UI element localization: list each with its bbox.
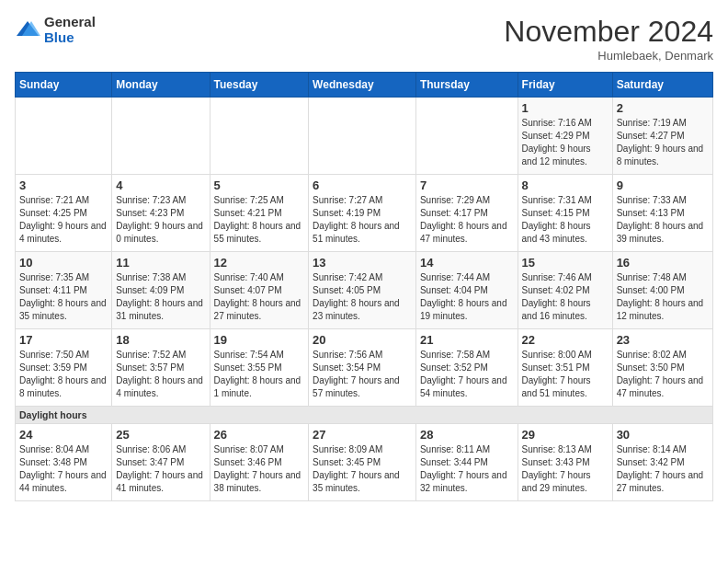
day-number: 26 — [214, 428, 305, 442]
day-number: 21 — [420, 333, 514, 347]
calendar-cell — [415, 98, 518, 175]
daylight-hours-row: Daylight hours — [16, 407, 713, 424]
calendar-cell: 30Sunrise: 8:14 AM Sunset: 3:42 PM Dayli… — [612, 424, 712, 501]
calendar-week-row: 1Sunrise: 7:16 AM Sunset: 4:29 PM Daylig… — [16, 98, 713, 175]
day-number: 23 — [617, 333, 709, 347]
day-number: 15 — [522, 256, 609, 270]
calendar-cell: 1Sunrise: 7:16 AM Sunset: 4:29 PM Daylig… — [518, 98, 612, 175]
day-info: Sunrise: 7:40 AM Sunset: 4:07 PM Dayligh… — [214, 271, 305, 323]
month-title: November 2024 — [504, 15, 713, 49]
calendar-cell: 24Sunrise: 8:04 AM Sunset: 3:48 PM Dayli… — [16, 424, 112, 501]
day-info: Sunrise: 8:14 AM Sunset: 3:42 PM Dayligh… — [617, 443, 709, 495]
day-info: Sunrise: 7:16 AM Sunset: 4:29 PM Dayligh… — [522, 117, 609, 168]
calendar-cell: 20Sunrise: 7:56 AM Sunset: 3:54 PM Dayli… — [309, 329, 416, 407]
calendar-cell: 7Sunrise: 7:29 AM Sunset: 4:17 PM Daylig… — [415, 175, 518, 252]
day-info: Sunrise: 7:38 AM Sunset: 4:09 PM Dayligh… — [116, 271, 205, 323]
day-info: Sunrise: 8:07 AM Sunset: 3:46 PM Dayligh… — [214, 443, 305, 495]
calendar-cell: 4Sunrise: 7:23 AM Sunset: 4:23 PM Daylig… — [112, 175, 210, 252]
weekday-header-friday: Friday — [518, 73, 612, 98]
day-number: 29 — [522, 428, 609, 442]
day-number: 3 — [19, 178, 108, 192]
calendar-cell: 22Sunrise: 8:00 AM Sunset: 3:51 PM Dayli… — [518, 329, 612, 407]
day-info: Sunrise: 7:52 AM Sunset: 3:57 PM Dayligh… — [116, 349, 205, 400]
calendar-cell: 9Sunrise: 7:33 AM Sunset: 4:13 PM Daylig… — [612, 175, 712, 252]
day-info: Sunrise: 7:27 AM Sunset: 4:19 PM Dayligh… — [313, 194, 412, 246]
calendar-cell: 12Sunrise: 7:40 AM Sunset: 4:07 PM Dayli… — [210, 252, 309, 329]
day-info: Sunrise: 7:42 AM Sunset: 4:05 PM Dayligh… — [313, 271, 412, 323]
day-info: Sunrise: 7:44 AM Sunset: 4:04 PM Dayligh… — [420, 271, 514, 323]
day-info: Sunrise: 7:54 AM Sunset: 3:55 PM Dayligh… — [214, 349, 305, 400]
day-number: 22 — [522, 333, 609, 347]
day-number: 2 — [617, 101, 709, 115]
day-info: Sunrise: 7:19 AM Sunset: 4:27 PM Dayligh… — [617, 117, 709, 168]
day-info: Sunrise: 8:02 AM Sunset: 3:50 PM Dayligh… — [617, 349, 709, 400]
calendar-cell: 29Sunrise: 8:13 AM Sunset: 3:43 PM Dayli… — [518, 424, 612, 501]
calendar-cell: 17Sunrise: 7:50 AM Sunset: 3:59 PM Dayli… — [16, 329, 112, 407]
calendar-cell: 27Sunrise: 8:09 AM Sunset: 3:45 PM Dayli… — [309, 424, 416, 501]
day-info: Sunrise: 8:00 AM Sunset: 3:51 PM Dayligh… — [522, 349, 609, 400]
calendar-cell: 10Sunrise: 7:35 AM Sunset: 4:11 PM Dayli… — [16, 252, 112, 329]
calendar-cell: 15Sunrise: 7:46 AM Sunset: 4:02 PM Dayli… — [518, 252, 612, 329]
logo-general: General — [44, 15, 96, 30]
calendar-cell: 5Sunrise: 7:25 AM Sunset: 4:21 PM Daylig… — [210, 175, 309, 252]
weekday-header-monday: Monday — [112, 73, 210, 98]
calendar-cell: 3Sunrise: 7:21 AM Sunset: 4:25 PM Daylig… — [16, 175, 112, 252]
weekday-header-tuesday: Tuesday — [210, 73, 309, 98]
calendar-cell: 18Sunrise: 7:52 AM Sunset: 3:57 PM Dayli… — [112, 329, 210, 407]
weekday-header-saturday: Saturday — [612, 73, 712, 98]
day-info: Sunrise: 8:06 AM Sunset: 3:47 PM Dayligh… — [116, 443, 205, 495]
day-info: Sunrise: 7:31 AM Sunset: 4:15 PM Dayligh… — [522, 194, 609, 246]
day-number: 8 — [522, 178, 609, 192]
calendar-week-row: 3Sunrise: 7:21 AM Sunset: 4:25 PM Daylig… — [16, 175, 713, 252]
day-info: Sunrise: 7:23 AM Sunset: 4:23 PM Dayligh… — [116, 194, 205, 246]
day-number: 7 — [420, 178, 514, 192]
calendar-cell — [309, 98, 416, 175]
calendar-week-row: 24Sunrise: 8:04 AM Sunset: 3:48 PM Dayli… — [16, 424, 713, 501]
calendar-week-row: 10Sunrise: 7:35 AM Sunset: 4:11 PM Dayli… — [16, 252, 713, 329]
day-info: Sunrise: 7:33 AM Sunset: 4:13 PM Dayligh… — [617, 194, 709, 246]
day-number: 24 — [19, 428, 108, 442]
daylight-label: Daylight hours — [19, 409, 87, 420]
calendar-table: SundayMondayTuesdayWednesdayThursdayFrid… — [15, 72, 713, 501]
calendar-cell: 26Sunrise: 8:07 AM Sunset: 3:46 PM Dayli… — [210, 424, 309, 501]
calendar-cell — [210, 98, 309, 175]
logo-blue: Blue — [44, 30, 96, 46]
day-info: Sunrise: 8:04 AM Sunset: 3:48 PM Dayligh… — [19, 443, 108, 495]
day-info: Sunrise: 7:50 AM Sunset: 3:59 PM Dayligh… — [19, 349, 108, 400]
day-number: 28 — [420, 428, 514, 442]
weekday-header-wednesday: Wednesday — [309, 73, 416, 98]
weekday-header-row: SundayMondayTuesdayWednesdayThursdayFrid… — [16, 73, 713, 98]
day-number: 19 — [214, 333, 305, 347]
weekday-header-sunday: Sunday — [16, 73, 112, 98]
day-info: Sunrise: 7:58 AM Sunset: 3:52 PM Dayligh… — [420, 349, 514, 400]
day-info: Sunrise: 7:21 AM Sunset: 4:25 PM Dayligh… — [19, 194, 108, 246]
calendar-cell: 14Sunrise: 7:44 AM Sunset: 4:04 PM Dayli… — [415, 252, 518, 329]
day-number: 10 — [19, 256, 108, 270]
day-number: 12 — [214, 256, 305, 270]
calendar-cell: 16Sunrise: 7:48 AM Sunset: 4:00 PM Dayli… — [612, 252, 712, 329]
day-info: Sunrise: 8:13 AM Sunset: 3:43 PM Dayligh… — [522, 443, 609, 495]
day-number: 27 — [313, 428, 412, 442]
calendar-cell — [16, 98, 112, 175]
calendar-cell: 11Sunrise: 7:38 AM Sunset: 4:09 PM Dayli… — [112, 252, 210, 329]
day-info: Sunrise: 7:46 AM Sunset: 4:02 PM Dayligh… — [522, 271, 609, 323]
day-info: Sunrise: 8:11 AM Sunset: 3:44 PM Dayligh… — [420, 443, 514, 495]
day-number: 6 — [313, 178, 412, 192]
day-number: 17 — [19, 333, 108, 347]
day-number: 16 — [617, 256, 709, 270]
calendar-cell: 21Sunrise: 7:58 AM Sunset: 3:52 PM Dayli… — [415, 329, 518, 407]
calendar-cell: 13Sunrise: 7:42 AM Sunset: 4:05 PM Dayli… — [309, 252, 416, 329]
day-info: Sunrise: 7:29 AM Sunset: 4:17 PM Dayligh… — [420, 194, 514, 246]
location: Humlebaek, Denmark — [504, 49, 713, 63]
day-number: 9 — [617, 178, 709, 192]
day-number: 14 — [420, 256, 514, 270]
calendar-cell: 25Sunrise: 8:06 AM Sunset: 3:47 PM Dayli… — [112, 424, 210, 501]
day-number: 18 — [116, 333, 205, 347]
daylight-hours-cell: Daylight hours — [16, 407, 713, 424]
day-number: 11 — [116, 256, 205, 270]
calendar-cell: 19Sunrise: 7:54 AM Sunset: 3:55 PM Dayli… — [210, 329, 309, 407]
day-number: 1 — [522, 101, 609, 115]
day-number: 4 — [116, 178, 205, 192]
day-number: 25 — [116, 428, 205, 442]
logo: General Blue — [15, 15, 96, 45]
